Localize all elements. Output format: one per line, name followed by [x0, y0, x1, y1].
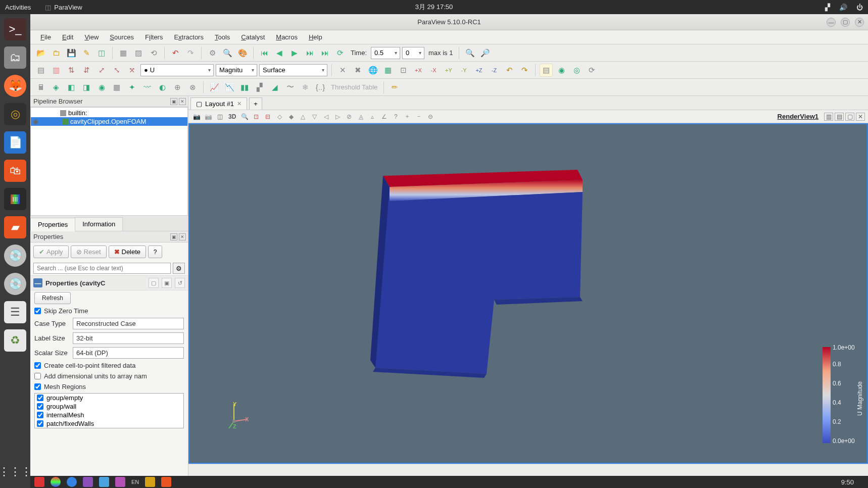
pipeline-builtin-row[interactable]: builtin: [31, 109, 187, 117]
screenshot-clipboard-icon[interactable]: ◫ [215, 112, 225, 122]
plot-over-line-icon[interactable]: 📈 [208, 81, 221, 94]
task-icon-5[interactable] [99, 477, 109, 487]
reset-button[interactable]: ⊘Reset [71, 246, 107, 258]
delete-button[interactable]: ✖Delete [109, 246, 147, 258]
probe-icon[interactable]: ◢ [268, 81, 281, 94]
save-data-icon[interactable]: 💾 [65, 46, 78, 60]
minus-x-icon[interactable]: -X [427, 64, 440, 77]
apply-button[interactable]: ✔Apply [33, 246, 69, 258]
rescale-time-icon[interactable]: ⤡ [110, 64, 123, 77]
close-button[interactable]: ✕ [855, 18, 864, 27]
properties-search-input[interactable] [33, 263, 171, 274]
menu-file[interactable]: FFileile [35, 32, 56, 42]
toggle-icon-1[interactable]: ? [391, 112, 401, 122]
add-layout-button[interactable]: + [249, 97, 262, 110]
properties-section-header[interactable]: — Properties (cavityC ▢ ▣ ↺ [30, 275, 188, 290]
extract-level-icon[interactable]: ⊗ [186, 81, 199, 94]
disk2-icon[interactable]: 💿 [4, 273, 26, 295]
scalar-size-combo[interactable]: 64-bit (DP) [73, 347, 184, 359]
edit-color-map-icon[interactable]: ◉ [555, 64, 568, 77]
files-icon[interactable]: 🗂 [4, 46, 26, 69]
warp-icon[interactable]: ◐ [156, 81, 169, 94]
maximize-view-icon[interactable]: ▢ [845, 113, 854, 121]
select-cells-poly-icon[interactable]: ◆ [286, 112, 296, 122]
pipeline-browser[interactable]: builtin: ◉ cavityClipped.OpenFOAM [30, 107, 188, 216]
cell-to-point-checkbox[interactable] [34, 362, 41, 369]
menu-tools[interactable]: ToolsTools [210, 32, 235, 42]
task-icon-6[interactable] [115, 477, 125, 487]
select-cells-icon[interactable]: ⊟ [263, 112, 273, 122]
task-icon-chrome[interactable] [51, 477, 61, 487]
screenshot-icon[interactable]: 📷 [191, 112, 202, 122]
extract-grid-icon[interactable]: ▦ [110, 81, 123, 94]
scalar-coloring-icon[interactable]: ▥ [50, 64, 63, 77]
properties-close-icon[interactable]: ✕ [179, 233, 186, 240]
show-apps-icon[interactable]: ⋮⋮⋮ [4, 461, 26, 483]
clear-selection-icon[interactable]: ⊘ [344, 112, 354, 122]
restore-defaults-icon[interactable]: ↺ [175, 278, 185, 288]
pipeline-source-row[interactable]: ◉ cavityClipped.OpenFOAM [31, 117, 187, 126]
edit-color-map-icon-2[interactable]: ◎ [570, 64, 583, 77]
rescale-visible-icon[interactable]: ⤢ [95, 64, 108, 77]
angle-tool-icon[interactable]: ∠ [379, 112, 389, 122]
select-block-icon[interactable]: △ [298, 112, 308, 122]
threshold-icon[interactable]: ◉ [95, 81, 108, 94]
zoom-closest-icon[interactable]: 🔎 [478, 46, 492, 60]
reload-icon[interactable]: ⟲ [147, 46, 160, 60]
split-vertical-icon[interactable]: ▤ [835, 113, 844, 121]
rhythmbox-icon[interactable]: ◎ [4, 103, 26, 125]
menu-filters[interactable]: FiltersFilters [140, 32, 168, 42]
view-3d-label[interactable]: 3D [226, 112, 238, 122]
hover-points-icon[interactable]: ◁ [321, 112, 331, 122]
disconnect-icon[interactable]: ◫ [95, 46, 108, 60]
task-icon-8[interactable] [161, 477, 171, 487]
edit-icon[interactable]: ✏ [388, 81, 401, 94]
rescale-icon[interactable]: ⇅ [65, 64, 78, 77]
contour-icon[interactable]: ◈ [50, 81, 63, 94]
plus-y-icon[interactable]: +Y [442, 64, 455, 77]
zoom-to-box-icon[interactable]: 🌐 [366, 64, 379, 77]
maximize-button[interactable]: ▢ [841, 18, 850, 27]
close-view-icon[interactable]: ✕ [856, 113, 865, 121]
calculator-icon[interactable]: 🖩 [34, 81, 47, 94]
color-palette-icon[interactable]: 🎨 [236, 46, 249, 60]
plot-global-icon[interactable]: 〜 [283, 81, 297, 94]
representation-combo[interactable]: Surface [259, 64, 327, 76]
frame-value-combo[interactable]: 0 [402, 47, 424, 59]
zoom-to-data-icon[interactable]: 🔍 [463, 46, 476, 60]
toggle-color-legend-icon[interactable]: ▤ [540, 64, 553, 77]
open-file-icon[interactable]: 📂 [34, 46, 47, 60]
paste-props-icon[interactable]: ▣ [162, 278, 172, 288]
reset-camera-icon[interactable]: ✕ [336, 64, 349, 77]
plot-selection-icon[interactable]: 📉 [223, 81, 236, 94]
vcr-play-icon[interactable]: ▶ [288, 46, 301, 60]
deny-icon[interactable]: ⊖ [425, 112, 436, 122]
power-icon[interactable]: ⏻ [856, 4, 863, 11]
network-icon[interactable]: ▞ [825, 4, 830, 11]
visibility-eye-icon[interactable]: ◉ [33, 118, 40, 125]
libreoffice-writer-icon[interactable]: 📄 [4, 131, 26, 154]
auto-apply-icon[interactable]: ⚙ [206, 46, 219, 60]
menu-edit[interactable]: EditEdit [57, 32, 78, 42]
skip-zero-time-checkbox[interactable] [34, 308, 41, 314]
task-icon-7[interactable] [145, 477, 155, 487]
mesh-regions-checkbox[interactable] [34, 383, 41, 390]
properties-float-icon[interactable]: ▣ [170, 233, 177, 240]
minus-y-icon[interactable]: -Y [457, 64, 470, 77]
interactive-select-icon[interactable]: ▽ [309, 112, 319, 122]
activities-button[interactable]: Activities [5, 4, 31, 11]
vcr-loop-icon[interactable]: ⟳ [333, 46, 347, 60]
section-collapse-icon[interactable]: — [33, 278, 42, 287]
grow-selection-icon[interactable]: ◬ [356, 112, 366, 122]
find-data-icon[interactable]: 🔍 [221, 46, 234, 60]
plus-z-icon[interactable]: +Z [472, 64, 486, 77]
menu-extractors[interactable]: ExtractorsExtractors [169, 32, 209, 42]
mesh-region-item[interactable]: group/empty [35, 394, 183, 402]
task-icon-4[interactable] [83, 477, 93, 487]
vcr-next-icon[interactable]: ⏭ [303, 46, 316, 60]
menu-view[interactable]: ViewView [79, 32, 104, 42]
firefox-icon[interactable]: 🦊 [4, 75, 26, 97]
refresh-button[interactable]: Refresh [34, 292, 71, 304]
layout-tab-close-icon[interactable]: ✕ [237, 101, 242, 107]
menu-catalyst[interactable]: CatalystCatalyst [236, 32, 270, 42]
